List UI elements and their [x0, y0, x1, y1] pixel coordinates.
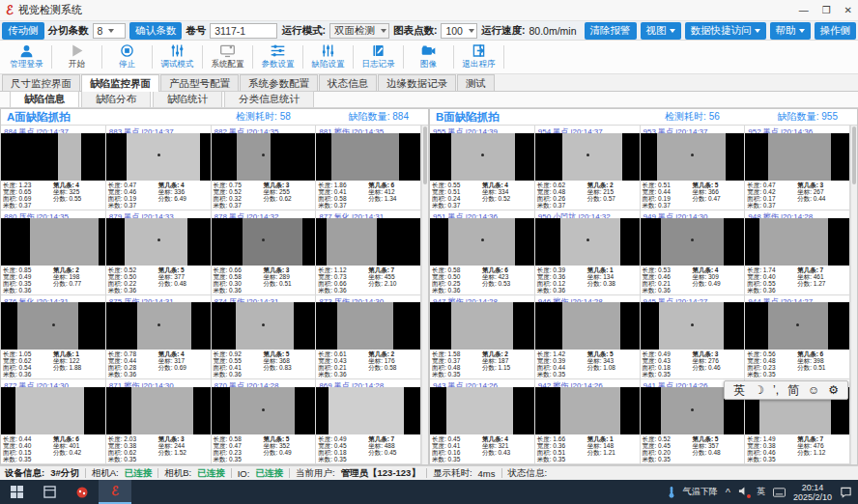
pinned-app-button[interactable] [66, 480, 99, 504]
scrollbar-b[interactable] [850, 126, 857, 464]
tray-expand-chevron[interactable]: ^ [726, 487, 730, 498]
active-app-button[interactable]: ℰ [99, 480, 131, 504]
defect-stats: 长度: 0.61宽度: 0.43面积: 0.21米数: 0.36第几条: 2坐标… [316, 350, 420, 378]
defect-cell[interactable]: 878 黑点 |20:14:32长度: 0.66宽度: 0.58面积: 0.30… [212, 210, 317, 295]
defect-thumbnail [106, 302, 211, 350]
scrollbar-a[interactable] [421, 126, 428, 464]
defect-cell[interactable]: 875 压伤 |20:14:31长度: 0.78宽度: 0.44面积: 0.28… [106, 295, 212, 380]
view-menu-button[interactable]: 视图 [641, 22, 681, 40]
defect-cell[interactable]: 879 黑点 |20:14:33长度: 0.52宽度: 0.50面积: 0.22… [106, 210, 212, 295]
defect-cell[interactable]: 880 压伤 |20:14:35长度: 0.85宽度: 0.49面积: 0.35… [1, 210, 106, 295]
roll-number-input[interactable]: 3117-1 [210, 23, 277, 39]
defect-cell[interactable]: 876 氧化 |20:14:31长度: 1.05宽度: 0.62面积: 0.54… [1, 295, 106, 380]
minimize-button[interactable]: — [799, 5, 809, 15]
defect-cell[interactable]: 946 擦伤 |20:14:28长度: 1.42宽度: 0.39面积: 0.44… [535, 295, 641, 380]
log-record-button[interactable]: 日志记录 [356, 42, 401, 73]
red-app-icon [75, 486, 89, 499]
stop-icon [119, 43, 135, 58]
defect-cell[interactable]: 952 黑点 |20:14:36长度: 0.47宽度: 0.42面积: 0.17… [745, 126, 850, 210]
defect-cell[interactable]: 881 擦伤 |20:14:35长度: 1.86宽度: 0.41面积: 0.58… [316, 126, 421, 210]
v-sliders-icon [320, 43, 336, 58]
parameter-settings-button[interactable]: 参数设置 [255, 42, 300, 73]
admin-login-button[interactable]: 管理登录 [4, 42, 49, 73]
monitor-icon [219, 43, 236, 58]
sub-tab-1[interactable]: 缺陷分布 [81, 91, 151, 107]
defect-settings-button[interactable]: 缺陷设置 [305, 42, 351, 73]
defect-cell[interactable]: 869 黑点 |20:14:28长度: 0.49宽度: 0.45面积: 0.18… [316, 379, 421, 464]
task-view-button[interactable] [33, 480, 66, 504]
defect-cell[interactable]: 947 擦伤 |20:14:28长度: 1.58宽度: 0.37面积: 0.48… [430, 295, 535, 380]
defect-stats: 长度: 1.74宽度: 0.40面积: 0.55米数: 0.36第几条: 7坐标… [745, 266, 849, 294]
chart-points-select[interactable]: 100 [441, 23, 477, 39]
defect-cell[interactable]: 872 黑点 |20:14:30长度: 0.44宽度: 0.40面积: 0.15… [1, 379, 106, 464]
defect-cell[interactable]: 955 黑点 |20:14:39长度: 0.55宽度: 0.51面积: 0.24… [430, 126, 535, 210]
maximize-button[interactable]: ❐ [822, 5, 831, 15]
ime-language-indicator[interactable]: 英 [757, 486, 765, 498]
main-tab-4[interactable]: 状态信息 [319, 74, 377, 91]
defect-cell[interactable]: 953 黑点 |20:14:37长度: 0.51宽度: 0.44面积: 0.19… [641, 126, 746, 210]
defect-cell[interactable]: 870 黑点 |20:14:28长度: 0.58宽度: 0.47面积: 0.23… [212, 379, 317, 464]
panel-a-header: A面缺陷抓拍 检测耗时: 58 缺陷数量: 884 [1, 109, 428, 126]
defect-cell-header: 881 擦伤 |20:14:35 [316, 126, 420, 133]
main-tab-6[interactable]: 测试 [457, 74, 495, 91]
defect-cell[interactable]: 944 黑点 |20:14:27长度: 0.56宽度: 0.48面积: 0.23… [745, 295, 850, 380]
sub-tab-0[interactable]: 缺陷信息 [10, 91, 79, 107]
drive-side-button[interactable]: 传动侧 [2, 22, 44, 40]
taskbar-clock[interactable]: 20:14 2025/2/10 [793, 483, 832, 502]
ime-item-1[interactable]: ☽ [754, 383, 764, 397]
start-menu-button[interactable] [0, 480, 33, 504]
ime-item-5[interactable]: ⚙ [828, 383, 839, 397]
defect-cell[interactable]: 882 黑点 |20:14:35长度: 0.75宽度: 0.52面积: 0.32… [212, 126, 317, 210]
defect-cell[interactable]: 950 小凹坑 |20:14:32长度: 0.39宽度: 0.36面积: 0.1… [535, 210, 641, 295]
ime-item-2[interactable]: ’, [773, 383, 779, 397]
run-mode-select[interactable]: 双面检测 [329, 23, 389, 39]
ime-item-3[interactable]: 简 [787, 382, 799, 399]
defect-cell[interactable]: 874 压伤 |20:14:31长度: 0.92宽度: 0.55面积: 0.41… [212, 295, 317, 380]
data-access-menu-button[interactable]: 数据快捷访问 [685, 22, 766, 40]
defect-cell[interactable]: 945 黑点 |20:14:27长度: 0.49宽度: 0.43面积: 0.18… [641, 295, 746, 380]
operate-side-button[interactable]: 操作侧 [815, 22, 857, 40]
ime-toolbar[interactable]: 英☽’,简☺⚙ [724, 380, 848, 400]
confirm-count-button[interactable]: 确认条数 [129, 22, 182, 40]
defect-cell[interactable]: 877 氧化 |20:14:31长度: 1.12宽度: 0.73面积: 0.66… [316, 210, 421, 295]
exit-program-button[interactable]: 退出程序 [456, 42, 501, 73]
defect-cell[interactable]: 949 黑点 |20:14:30长度: 0.53宽度: 0.46面积: 0.21… [641, 210, 746, 295]
ime-item-4[interactable]: ☺ [808, 383, 819, 397]
defect-stats: 长度: 1.66宽度: 0.36面积: 0.51米数: 0.35第几条: 1坐标… [535, 434, 640, 463]
defect-cell[interactable]: 884 黑点 |20:14:37长度: 1.23宽度: 0.65面积: 0.69… [1, 126, 106, 210]
clear-alarm-button[interactable]: 清除报警 [585, 22, 637, 40]
sub-tab-3[interactable]: 分类信息统计 [224, 91, 314, 107]
system-config-button[interactable]: 系统配置 [205, 42, 250, 73]
defect-mark [481, 238, 484, 241]
image-button[interactable]: 图像 [406, 42, 451, 73]
notification-center-icon[interactable] [840, 487, 852, 498]
split-count-select[interactable]: 8 [93, 23, 127, 39]
defect-cell[interactable]: 871 擦伤 |20:14:30长度: 2.03宽度: 0.38面积: 0.62… [106, 379, 212, 464]
windows-icon [11, 486, 23, 498]
defect-cell[interactable]: 943 黑点 |20:14:26长度: 0.45宽度: 0.41面积: 0.16… [430, 379, 535, 464]
defect-stats: 长度: 0.44宽度: 0.40面积: 0.15米数: 0.35第几条: 6坐标… [1, 434, 105, 463]
stop-button[interactable]: 停止 [104, 42, 150, 73]
defect-cell[interactable]: 873 压伤 |20:14:30长度: 0.61宽度: 0.43面积: 0.21… [316, 295, 421, 380]
defect-cell[interactable]: 954 黑点 |20:14:37长度: 0.62宽度: 0.48面积: 0.26… [535, 126, 641, 210]
volume-icon[interactable] [738, 486, 749, 498]
main-tab-2[interactable]: 产品型号配置 [160, 74, 239, 91]
main-tab-5[interactable]: 边缘数据记录 [378, 74, 456, 91]
ime-item-0[interactable]: 英 [733, 382, 745, 399]
main-tab-0[interactable]: 尺寸监控界面 [2, 74, 80, 91]
defect-cell[interactable]: 942 擦伤 |20:14:26长度: 1.66宽度: 0.36面积: 0.51… [535, 379, 641, 464]
debug-mode-button[interactable]: 调试模式 [155, 42, 200, 73]
main-tab-1[interactable]: 缺陷监控界面 [81, 74, 159, 92]
defect-thumbnail [212, 133, 316, 181]
io-label: IO: [238, 468, 250, 479]
defect-cell[interactable]: 883 黑点 |20:14:37长度: 0.47宽度: 0.46面积: 0.19… [106, 126, 212, 210]
help-menu-button[interactable]: 帮助 [770, 22, 811, 40]
sub-tab-2[interactable]: 缺陷统计 [153, 91, 222, 107]
main-tab-3[interactable]: 系统参数配置 [240, 74, 318, 91]
weather-text[interactable]: 气温下降 [683, 486, 718, 498]
defect-cell[interactable]: 948 擦伤 |20:14:28长度: 1.74宽度: 0.40面积: 0.55… [745, 210, 850, 295]
close-button[interactable]: ✕ [844, 5, 852, 15]
start-button[interactable]: 开始 [54, 42, 100, 73]
keyboard-icon[interactable] [773, 488, 786, 497]
defect-cell[interactable]: 951 黑点 |20:14:36长度: 0.58宽度: 0.50面积: 0.25… [430, 210, 535, 295]
